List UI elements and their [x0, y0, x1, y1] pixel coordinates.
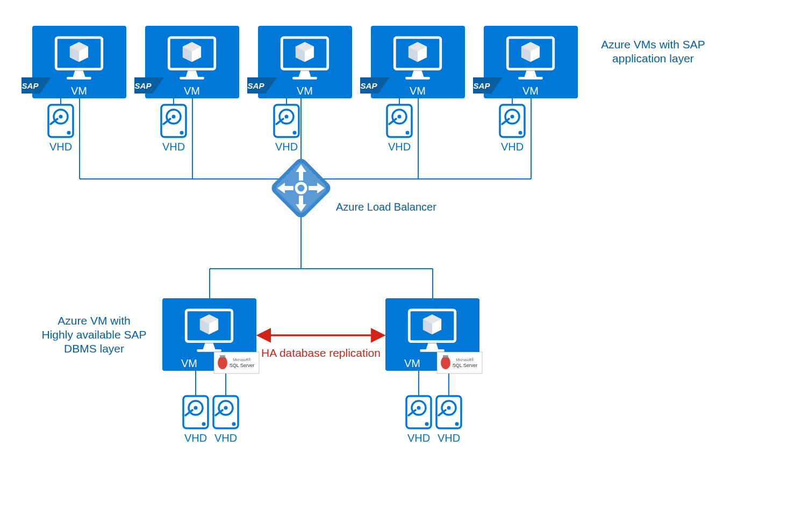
- ha-replication-label: HA database replication: [261, 347, 381, 359]
- app-vm-5: [473, 26, 578, 98]
- db-layer-annotation: Azure VM with Highly available SAP DBMS …: [42, 314, 147, 355]
- db-vm-2: [385, 298, 482, 373]
- app-vm-row: [22, 26, 578, 98]
- app-layer-annotation: Azure VMs with SAP application layer: [601, 38, 705, 64]
- app-vm-4: [360, 26, 465, 98]
- app-vm-2: [134, 26, 239, 98]
- svg-text:Azure VM with: Azure VM with: [58, 314, 130, 327]
- app-vhd-row: [48, 105, 525, 153]
- load-balancer-icon: [269, 156, 333, 220]
- svg-text:DBMS layer: DBMS layer: [64, 342, 124, 355]
- app-vm-1: [22, 26, 126, 98]
- svg-text:Highly available SAP: Highly available SAP: [42, 328, 147, 341]
- app-vm-3: [247, 26, 352, 98]
- db-vhd-row: [183, 396, 461, 444]
- load-balancer-label: Azure Load Balancer: [336, 201, 436, 213]
- db-vm-1: [162, 298, 259, 373]
- architecture-diagram: VM SAP VM SQL Server Microsoft® VHD: [0, 0, 788, 532]
- svg-text:Azure VMs with SAP: Azure VMs with SAP: [601, 38, 705, 51]
- svg-text:application layer: application layer: [612, 52, 694, 64]
